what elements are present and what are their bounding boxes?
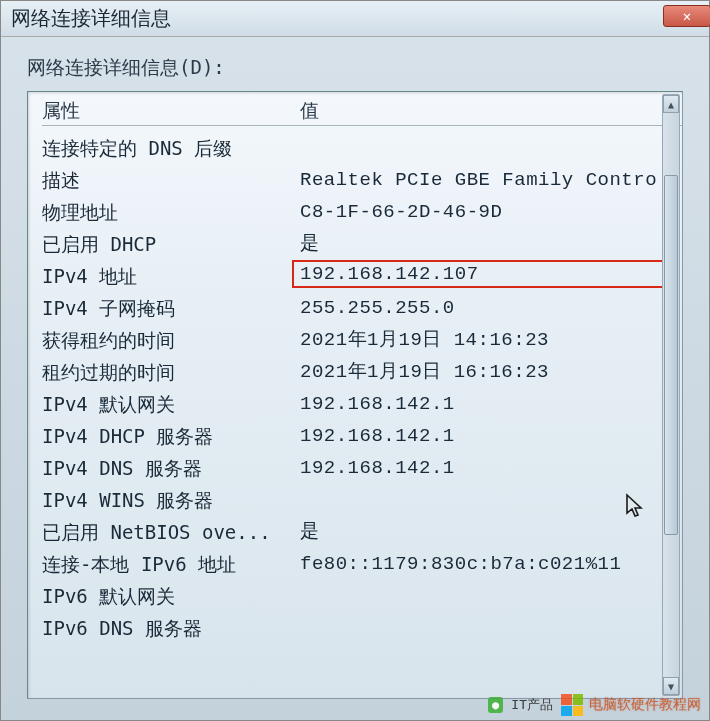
value-cell: 192.168.142.1 [300, 452, 682, 484]
table-row[interactable]: IPv6 DNS 服务器 [42, 612, 682, 644]
property-cell: IPv4 WINS 服务器 [42, 484, 300, 516]
table-row[interactable]: IPv4 地址192.168.142.107 [42, 260, 682, 292]
chevron-up-icon: ▲ [668, 99, 674, 110]
table-row[interactable]: IPv6 默认网关 [42, 580, 682, 612]
value-cell [300, 484, 682, 516]
watermark-text: 电脑软硬件教程网 [589, 696, 701, 714]
property-cell: 连接-本地 IPv6 地址 [42, 548, 300, 580]
content-area: 网络连接详细信息(D): 属性 值 连接特定的 DNS 后缀描述Realtek … [1, 37, 709, 709]
value-cell: Realtek PCIe GBE Family Contro [300, 164, 682, 196]
value-cell: 是 [300, 228, 682, 260]
microsoft-logo-icon [561, 694, 583, 716]
property-cell: 连接特定的 DNS 后缀 [42, 132, 300, 164]
network-details-window: 网络连接详细信息 ✕ 网络连接详细信息(D): 属性 值 连接特定的 DNS 后… [0, 0, 710, 721]
property-cell: IPv4 默认网关 [42, 388, 300, 420]
value-cell: fe80::1179:830c:b7a:c021%11 [300, 548, 682, 580]
property-cell: 物理地址 [42, 196, 300, 228]
table-row[interactable]: IPv4 子网掩码255.255.255.0 [42, 292, 682, 324]
table-row[interactable]: 已启用 NetBIOS ove...是 [42, 516, 682, 548]
value-cell: 192.168.142.1 [300, 420, 682, 452]
table-row[interactable]: IPv4 WINS 服务器 [42, 484, 682, 516]
value-cell: 192.168.142.107 [292, 260, 674, 288]
scroll-thumb[interactable] [664, 175, 678, 535]
property-cell: IPv4 地址 [42, 260, 300, 292]
property-cell: IPv6 默认网关 [42, 580, 300, 612]
value-cell [300, 580, 682, 612]
window-title: 网络连接详细信息 [11, 5, 171, 32]
table-row[interactable]: IPv4 DHCP 服务器192.168.142.1 [42, 420, 682, 452]
property-cell: 租约过期的时间 [42, 356, 300, 388]
value-cell: 192.168.142.1 [300, 388, 682, 420]
property-cell: IPv4 DNS 服务器 [42, 452, 300, 484]
property-cell: IPv6 DNS 服务器 [42, 612, 300, 644]
scroll-up-button[interactable]: ▲ [663, 95, 679, 113]
table-row[interactable]: IPv4 默认网关192.168.142.1 [42, 388, 682, 420]
value-cell: 2021年1月19日 16:16:23 [300, 356, 682, 388]
scroll-down-button[interactable]: ▼ [663, 677, 679, 695]
table-row[interactable]: IPv4 DNS 服务器192.168.142.1 [42, 452, 682, 484]
list-header: 属性 值 [42, 98, 682, 126]
close-icon: ✕ [683, 8, 691, 24]
table-row[interactable]: 连接-本地 IPv6 地址fe80::1179:830c:b7a:c021%11 [42, 548, 682, 580]
table-row[interactable]: 获得租约的时间2021年1月19日 14:16:23 [42, 324, 682, 356]
wechat-icon: ● [488, 697, 503, 713]
value-cell [300, 132, 682, 164]
titlebar[interactable]: 网络连接详细信息 ✕ [1, 1, 709, 37]
property-cell: 描述 [42, 164, 300, 196]
rows-container: 连接特定的 DNS 后缀描述Realtek PCIe GBE Family Co… [42, 126, 682, 644]
column-header-value[interactable]: 值 [300, 98, 682, 121]
section-label: 网络连接详细信息(D): [27, 55, 683, 81]
close-button[interactable]: ✕ [663, 5, 710, 27]
value-cell: 是 [300, 516, 682, 548]
watermark: ● IT产品 电脑软硬件教程网 [488, 694, 701, 716]
table-row[interactable]: 物理地址C8-1F-66-2D-46-9D [42, 196, 682, 228]
column-header-property[interactable]: 属性 [42, 98, 300, 121]
value-cell: 255.255.255.0 [300, 292, 682, 324]
property-cell: 获得租约的时间 [42, 324, 300, 356]
details-listbox: 属性 值 连接特定的 DNS 后缀描述Realtek PCIe GBE Fami… [27, 91, 683, 699]
value-cell: C8-1F-66-2D-46-9D [300, 196, 682, 228]
table-row[interactable]: 描述Realtek PCIe GBE Family Contro [42, 164, 682, 196]
table-row[interactable]: 租约过期的时间2021年1月19日 16:16:23 [42, 356, 682, 388]
value-cell: 2021年1月19日 14:16:23 [300, 324, 682, 356]
vertical-scrollbar[interactable]: ▲ ▼ [662, 94, 680, 696]
table-row[interactable]: 连接特定的 DNS 后缀 [42, 132, 682, 164]
property-cell: 已启用 NetBIOS ove... [42, 516, 300, 548]
table-row[interactable]: 已启用 DHCP是 [42, 228, 682, 260]
value-cell [300, 612, 682, 644]
property-cell: 已启用 DHCP [42, 228, 300, 260]
chevron-down-icon: ▼ [668, 681, 674, 692]
property-cell: IPv4 子网掩码 [42, 292, 300, 324]
property-cell: IPv4 DHCP 服务器 [42, 420, 300, 452]
watermark-pre: IT产品 [511, 696, 553, 714]
